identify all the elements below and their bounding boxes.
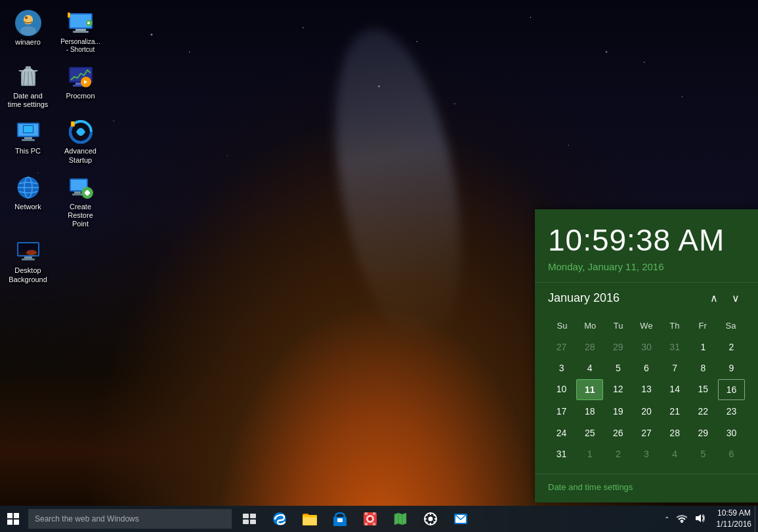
svg-point-66 — [368, 517, 372, 521]
desktop-icon-personalization[interactable]: Personaliza...- Shortcut — [56, 7, 105, 57]
advanced-startup-label: Advanced Startup — [59, 147, 102, 164]
outlook-button[interactable] — [446, 506, 475, 532]
desktop-icon-procmon[interactable]: Procmon — [56, 60, 105, 112]
icon-row-3: This PC Advanced Startup — [3, 115, 105, 167]
desktop-icon-this-pc[interactable]: This PC — [3, 115, 53, 167]
calendar-day-12[interactable]: 12 — [604, 379, 631, 400]
file-explorer-button[interactable] — [295, 506, 324, 532]
calendar-day-5-other[interactable]: 5 — [690, 444, 717, 464]
calendar-day-18[interactable]: 18 — [576, 401, 603, 421]
day-name-sa: Sa — [717, 317, 745, 334]
calendar-day-11[interactable]: 11 — [576, 379, 603, 400]
calendar-day-1[interactable]: 1 — [690, 337, 717, 357]
calendar-prev-button[interactable]: ∧ — [705, 289, 723, 308]
calendar-day-2[interactable]: 2 — [718, 337, 745, 357]
tray-network-icon[interactable] — [675, 514, 689, 525]
svg-rect-61 — [303, 518, 316, 525]
calendar-day-3-other[interactable]: 3 — [633, 444, 660, 464]
icon-row-5: Desktop Background — [3, 235, 105, 287]
desktop-icon-create-restore[interactable]: Create Restore Point — [56, 171, 105, 232]
calendar-day-3[interactable]: 3 — [548, 358, 575, 378]
date-time-settings-link[interactable]: Date and time settings — [548, 482, 633, 492]
calendar-day-8[interactable]: 8 — [690, 358, 717, 378]
svg-rect-74 — [430, 513, 431, 515]
calendar-day-19[interactable]: 19 — [604, 401, 631, 421]
advanced-startup-icon — [68, 119, 94, 145]
svg-rect-8 — [73, 31, 89, 33]
calendar-day-31[interactable]: 31 — [548, 444, 575, 464]
calendar-header: January 2016 ∧ ∨ — [535, 282, 758, 314]
desktop-icon-advanced-startup[interactable]: Advanced Startup — [56, 115, 105, 167]
calendar-day-14[interactable]: 14 — [662, 379, 688, 400]
calendar-day-4-other[interactable]: 4 — [662, 444, 688, 464]
svg-rect-41 — [74, 192, 81, 194]
calendar-day-28-other[interactable]: 28 — [576, 337, 603, 357]
calendar-day-26[interactable]: 26 — [604, 423, 631, 443]
tray-volume-icon[interactable] — [692, 514, 707, 525]
calendar-day-7[interactable]: 7 — [662, 358, 688, 378]
calendar-day-24[interactable]: 24 — [548, 423, 575, 443]
clock-button[interactable]: 10:59 AM 1/11/2016 — [710, 506, 758, 532]
media-button[interactable] — [356, 506, 385, 532]
win-logo-bl — [7, 520, 12, 525]
calendar-day-27[interactable]: 27 — [633, 423, 660, 443]
svg-marker-85 — [696, 514, 701, 522]
calendar-day-30-other[interactable]: 30 — [633, 337, 660, 357]
calendar-day-9[interactable]: 9 — [718, 358, 745, 378]
personalization-icon — [68, 10, 94, 36]
store-button[interactable] — [326, 506, 354, 532]
calendar-day-6[interactable]: 6 — [633, 358, 660, 378]
windows-logo — [7, 513, 19, 525]
calendar-day-22[interactable]: 22 — [690, 401, 717, 421]
clock-date-display: Monday, January 11, 2016 — [535, 261, 758, 282]
calendar-day-23[interactable]: 23 — [718, 401, 745, 421]
calendar-day-29-other[interactable]: 29 — [604, 337, 631, 357]
recycle-bin-icon — [15, 64, 41, 90]
calendar-day-16[interactable]: 16 — [718, 379, 745, 400]
maps-button[interactable] — [386, 506, 415, 532]
calendar-day-2-other[interactable]: 2 — [604, 444, 631, 464]
desktop-icon-network[interactable]: Network — [3, 171, 53, 232]
calendar-next-button[interactable]: ∨ — [726, 289, 745, 308]
desktop-icon-recycle-bin[interactable]: Date and time settings — [3, 60, 53, 112]
desktop-bg-icon — [15, 238, 41, 264]
calendar-day-30[interactable]: 30 — [718, 423, 745, 443]
desktop-icon-desktop-bg[interactable]: Desktop Background — [3, 235, 53, 287]
calendar-day-20[interactable]: 20 — [633, 401, 660, 421]
calendar-day-29[interactable]: 29 — [690, 423, 717, 443]
calendar-day-17[interactable]: 17 — [548, 401, 575, 421]
network-icon — [15, 174, 41, 201]
calendar-day-25[interactable]: 25 — [576, 423, 603, 443]
calendar-day-5[interactable]: 5 — [604, 358, 631, 378]
edge-button[interactable] — [265, 506, 294, 532]
system-tray-area: ⌃ 10:59 AM 1/11/2016 — [659, 506, 758, 532]
calendar-day-names: Su Mo Tu We Th Fr Sa — [548, 317, 745, 334]
settings-button[interactable] — [416, 506, 445, 532]
calendar-day-10[interactable]: 10 — [548, 379, 575, 400]
icon-row-2: Date and time settings Procmon — [3, 60, 105, 112]
clock-date-text: 1/11/2016 — [717, 519, 751, 530]
task-view-button[interactable] — [235, 506, 264, 532]
show-desktop-button[interactable] — [755, 506, 758, 532]
svg-rect-53 — [22, 258, 35, 260]
svg-marker-71 — [394, 513, 406, 525]
calendar-day-6-other[interactable]: 6 — [718, 444, 745, 464]
icon-row-1: winaero Personaliza...- Shortcut — [3, 7, 105, 57]
start-button[interactable] — [0, 506, 26, 532]
win-logo-tr — [14, 513, 19, 518]
calendar-day-21[interactable]: 21 — [662, 401, 688, 421]
calendar-day-28[interactable]: 28 — [662, 423, 688, 443]
desktop-icon-winaero[interactable]: winaero — [3, 7, 53, 57]
calendar-day-4[interactable]: 4 — [576, 358, 603, 378]
svg-point-4 — [25, 16, 28, 19]
tray-show-hidden[interactable]: ⌃ — [662, 516, 671, 523]
search-bar[interactable]: Search the web and Windows — [28, 509, 232, 529]
svg-point-2 — [20, 26, 36, 35]
calendar-day-15[interactable]: 15 — [690, 379, 717, 400]
calendar-day-13[interactable]: 13 — [633, 379, 660, 400]
svg-rect-70 — [373, 523, 375, 525]
calendar-day-31-other[interactable]: 31 — [662, 337, 688, 357]
calendar-day-1-other[interactable]: 1 — [576, 444, 603, 464]
calendar-day-27-other[interactable]: 27 — [548, 337, 575, 357]
svg-rect-10 — [68, 13, 70, 17]
